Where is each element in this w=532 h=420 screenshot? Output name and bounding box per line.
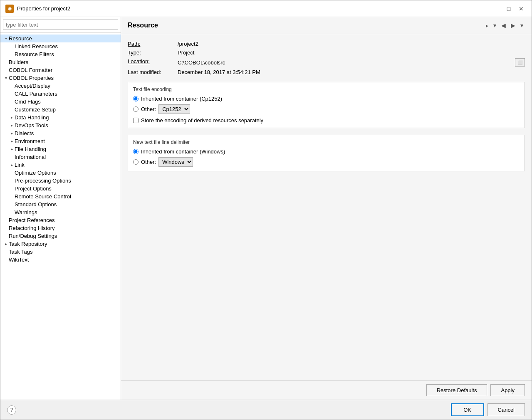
tree-item-warnings[interactable]: Warnings (0, 208, 121, 216)
tree-item-run-debug-settings[interactable]: Run/Debug Settings (0, 232, 121, 240)
tree-label-optimize-options: Optimize Options (15, 170, 117, 176)
title-bar: ◉ Properties for project2 ─ □ ✕ (0, 0, 532, 17)
tree-label-standard-options: Standard Options (15, 201, 117, 208)
expand-icon-resource: ▾ (3, 36, 9, 41)
toolbar-back-button[interactable]: ⬧ (483, 21, 490, 30)
tree-item-dialects[interactable]: ▸Dialects (0, 129, 121, 137)
tree-label-builders: Builders (9, 59, 117, 65)
delimiter-radio2-label[interactable]: Other: (141, 159, 156, 165)
expand-icon-link: ▸ (9, 163, 15, 167)
encoding-select[interactable]: Cp1252 (158, 104, 190, 114)
window-title: Properties for project2 (17, 5, 487, 12)
tree-item-builders[interactable]: Builders (0, 58, 121, 66)
tree-label-project-references: Project References (9, 217, 117, 223)
tree-item-standard-options[interactable]: Standard Options (0, 200, 121, 208)
delimiter-section-title: New text file line delimiter (133, 139, 520, 145)
title-bar-controls: ─ □ ✕ (491, 5, 527, 13)
location-label: Location: (128, 58, 178, 67)
tree-label-project-options: Project Options (15, 185, 117, 192)
delimiter-radio1[interactable] (133, 149, 139, 154)
tree-item-resource[interactable]: ▾Resource (0, 35, 121, 42)
tree-item-optimize-options[interactable]: Optimize Options (0, 169, 121, 177)
tree-item-project-references[interactable]: Project References (0, 216, 121, 224)
tree-item-task-repository[interactable]: ▸Task Repository (0, 240, 121, 248)
tree-label-link: Link (15, 162, 117, 168)
expand-icon-task-repository: ▸ (3, 242, 9, 246)
tree-item-refactoring-history[interactable]: Refactoring History (0, 224, 121, 232)
tree-item-cobol-properties[interactable]: ▾COBOL Properties (0, 74, 121, 82)
cancel-button[interactable]: Cancel (487, 403, 525, 416)
maximize-button[interactable]: □ (503, 5, 514, 13)
tree-item-environment[interactable]: ▸Environment (0, 137, 121, 145)
encoding-section-title: Text file encoding (133, 86, 520, 92)
tree-item-linked-resources[interactable]: Linked Resources (0, 42, 121, 50)
tree-label-devops-tools: DevOps Tools (15, 122, 117, 128)
tree-item-customize-setup[interactable]: Customize Setup (0, 106, 121, 114)
delimiter-radio1-label[interactable]: Inherited from container (Windows) (141, 148, 225, 155)
store-encoding-checkbox[interactable] (133, 118, 139, 123)
toolbar-dropdown-button[interactable]: ▾ (492, 21, 498, 30)
main-window: ◉ Properties for project2 ─ □ ✕ ▾Resourc… (0, 0, 532, 420)
tree-item-file-handling[interactable]: ▸File Handling (0, 145, 121, 153)
minimize-button[interactable]: ─ (491, 5, 502, 13)
right-toolbar: ⬧ ▾ ◀ ▶ ▾ (483, 21, 525, 30)
delimiter-section: New text file line delimiter Inherited f… (128, 135, 525, 171)
tree-label-accept-display: Accept/Display (15, 83, 117, 89)
tree-item-data-handling[interactable]: ▸Data Handling (0, 114, 121, 121)
tree-label-wikitext: WikiText (9, 257, 117, 263)
help-button[interactable]: ? (7, 405, 16, 415)
window-icon: ◉ (5, 5, 14, 13)
tree-label-warnings: Warnings (15, 209, 117, 215)
location-browse-button[interactable]: ⬜ (515, 58, 525, 67)
apply-button[interactable]: Apply (490, 384, 525, 396)
info-grid: Path: /project2 Type: Project Location: … (128, 41, 525, 75)
tree-label-preprocessing-options: Pre-processing Options (15, 178, 117, 184)
restore-defaults-button[interactable]: Restore Defaults (426, 384, 487, 396)
encoding-radio1-label[interactable]: Inherited from container (Cp1252) (141, 96, 222, 102)
toolbar-next-button[interactable]: ▶ (509, 21, 517, 30)
encoding-section: Text file encoding Inherited from contai… (128, 82, 525, 128)
tree-item-accept-display[interactable]: Accept/Display (0, 82, 121, 90)
action-bar: Restore Defaults Apply (121, 380, 532, 400)
tree-label-refactoring-history: Refactoring History (9, 225, 117, 231)
path-value: /project2 (178, 41, 525, 47)
content-area: ▾ResourceLinked ResourcesResource Filter… (0, 17, 532, 400)
tree-item-devops-tools[interactable]: ▸DevOps Tools (0, 121, 121, 129)
tree-item-preprocessing-options[interactable]: Pre-processing Options (0, 177, 121, 185)
tree-item-cobol-formatter[interactable]: COBOL Formatter (0, 66, 121, 74)
encoding-radio2[interactable] (133, 106, 139, 112)
tree-item-cmd-flags[interactable]: Cmd Flags (0, 98, 121, 106)
tree-label-run-debug-settings: Run/Debug Settings (9, 233, 117, 239)
tree-item-resource-filters[interactable]: Resource Filters (0, 50, 121, 58)
tree-item-task-tags[interactable]: Task Tags (0, 248, 121, 256)
expand-icon-dialects: ▸ (9, 131, 15, 136)
delimiter-radio2[interactable] (133, 159, 139, 165)
toolbar-dropdown2-button[interactable]: ▾ (519, 21, 525, 30)
encoding-radio1[interactable] (133, 96, 139, 101)
delimiter-select[interactable]: Windows (158, 157, 193, 167)
store-encoding-label[interactable]: Store the encoding of derived resources … (141, 117, 263, 124)
ok-button[interactable]: OK (451, 403, 484, 416)
tree-label-cobol-formatter: COBOL Formatter (9, 67, 117, 73)
close-button[interactable]: ✕ (516, 5, 527, 13)
tree-label-cmd-flags: Cmd Flags (15, 99, 117, 105)
location-value: C:\COBOL\cobolsrc (178, 59, 225, 66)
type-value: Project (178, 49, 525, 56)
delimiter-radio-group: Inherited from container (Windows) Other… (133, 148, 520, 167)
encoding-radio2-label[interactable]: Other: (141, 106, 156, 112)
tree-label-call-parameters: CALL Parameters (15, 91, 117, 97)
expand-icon-data-handling: ▸ (9, 115, 15, 120)
toolbar-prev-button[interactable]: ◀ (500, 21, 507, 30)
encoding-radio-group: Inherited from container (Cp1252) Other:… (133, 96, 520, 114)
tree-item-wikitext[interactable]: WikiText (0, 256, 121, 264)
left-panel: ▾ResourceLinked ResourcesResource Filter… (0, 17, 121, 400)
tree-item-project-options[interactable]: Project Options (0, 185, 121, 193)
filter-input[interactable] (3, 20, 118, 30)
tree-item-remote-source-control[interactable]: Remote Source Control (0, 193, 121, 200)
tree-label-resource: Resource (9, 35, 117, 42)
tree-label-resource-filters: Resource Filters (15, 51, 117, 57)
tree-item-call-parameters[interactable]: CALL Parameters (0, 90, 121, 98)
encoding-checkbox-row: Store the encoding of derived resources … (133, 117, 520, 124)
tree-item-informational[interactable]: Informational (0, 153, 121, 161)
tree-item-link[interactable]: ▸Link (0, 161, 121, 169)
